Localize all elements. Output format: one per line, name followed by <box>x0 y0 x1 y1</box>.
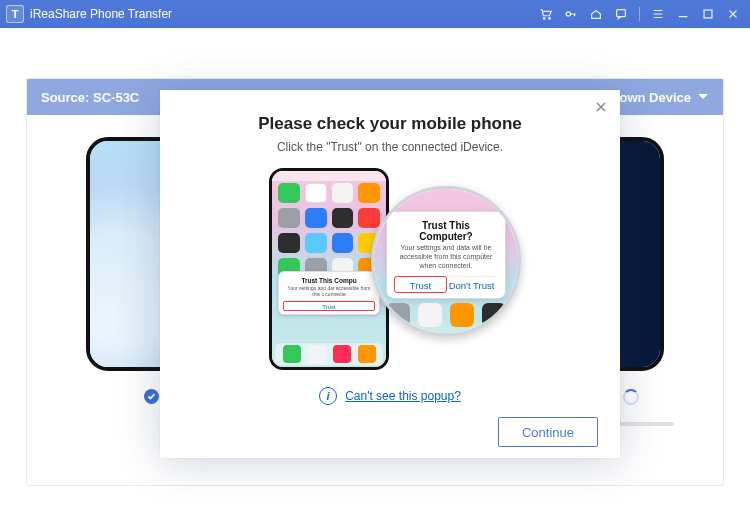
svg-point-2 <box>566 12 570 16</box>
app-title: iReaShare Phone Transfer <box>30 7 172 21</box>
mag-dock-icons <box>384 303 508 327</box>
mini-trust-button: Trust <box>283 301 375 311</box>
trust-popup-zoom: Trust This Computer? Your settings and d… <box>386 211 506 299</box>
mini-dock <box>275 343 383 365</box>
maximize-button[interactable] <box>697 3 719 25</box>
svg-rect-3 <box>617 10 626 17</box>
svg-rect-4 <box>704 10 712 18</box>
titlebar-icons <box>535 3 744 25</box>
key-icon[interactable] <box>560 3 582 25</box>
dont-trust-button: Don't Trust <box>446 277 497 292</box>
magnifier: Trust This Computer? Your settings and d… <box>371 186 521 336</box>
close-button[interactable] <box>722 3 744 25</box>
main-area: Source: SC-53C known Device Con <box>0 28 750 508</box>
cant-see-popup-link[interactable]: Can't see this popup? <box>345 389 461 403</box>
trust-modal: Please check your mobile phone Click the… <box>160 90 620 458</box>
mini-trust-popup: Trust This Compu Your settings and dat a… <box>278 271 380 315</box>
trust-popup-buttons: Trust Don't Trust <box>395 276 497 292</box>
modal-title: Please check your mobile phone <box>182 114 598 134</box>
mini-trust-title: Trust This Compu <box>283 277 375 284</box>
svg-point-1 <box>549 18 551 20</box>
continue-button[interactable]: Continue <box>498 417 598 447</box>
trust-popup-body: Your settings and data will be accessibl… <box>395 244 497 270</box>
modal-overlay: Please check your mobile phone Click the… <box>0 28 750 508</box>
home-icon[interactable] <box>585 3 607 25</box>
trust-button-highlighted: Trust <box>395 277 446 292</box>
modal-actions: Continue <box>182 417 598 447</box>
modal-close-button[interactable] <box>592 98 610 116</box>
trust-illustration: Trust This Compu Your settings and dat a… <box>265 168 515 373</box>
minimize-button[interactable] <box>672 3 694 25</box>
info-icon: i <box>319 387 337 405</box>
help-row: i Can't see this popup? <box>182 387 598 405</box>
titlebar: T iReaShare Phone Transfer <box>0 0 750 28</box>
mini-trust-body: Your settings and dat accessible from th… <box>283 285 375 297</box>
feedback-icon[interactable] <box>610 3 632 25</box>
modal-subtitle: Click the "Trust" on the connected iDevi… <box>182 140 598 154</box>
app-logo-icon: T <box>6 5 24 23</box>
svg-point-0 <box>543 18 545 20</box>
separator <box>639 7 640 21</box>
cart-icon[interactable] <box>535 3 557 25</box>
menu-icon[interactable] <box>647 3 669 25</box>
trust-popup-title: Trust This Computer? <box>395 220 497 242</box>
mini-app-grid <box>278 183 380 278</box>
